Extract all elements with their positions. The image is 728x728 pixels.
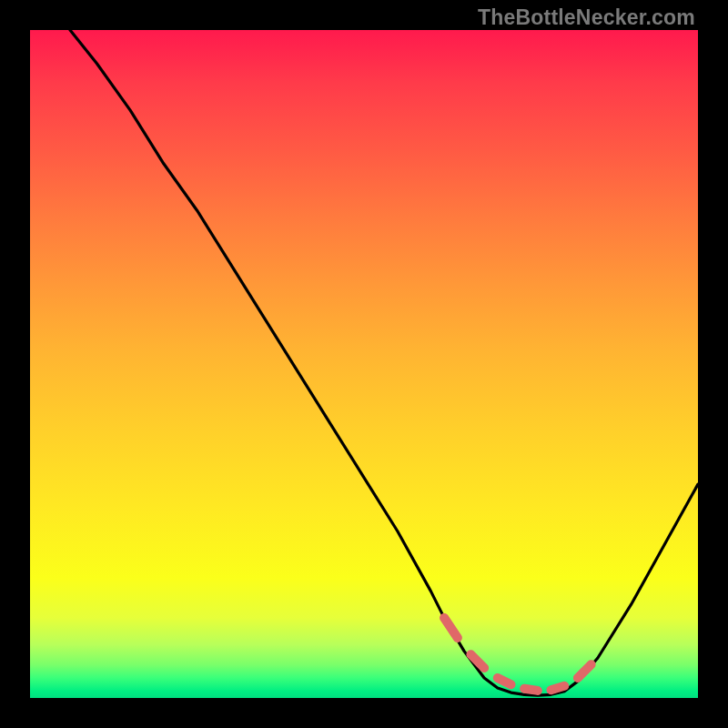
watermark-text: TheBottleNecker.com — [478, 5, 695, 30]
bottleneck-curve — [70, 30, 698, 695]
optimal-dot — [521, 684, 529, 693]
optimal-marker-group — [440, 613, 595, 694]
optimal-dot — [533, 686, 541, 694]
optimal-dot — [453, 633, 461, 642]
optimal-dot — [573, 674, 581, 682]
chart-svg — [30, 30, 698, 698]
optimal-dot — [467, 651, 475, 659]
optimal-dot — [480, 664, 489, 672]
optimal-dot — [493, 674, 501, 682]
optimal-dot — [547, 686, 555, 694]
optimal-dot — [561, 682, 569, 690]
optimal-dot — [587, 661, 595, 669]
optimal-dot — [507, 681, 515, 689]
optimal-dot — [440, 613, 449, 622]
chart-frame: TheBottleNecker.com — [0, 0, 728, 728]
